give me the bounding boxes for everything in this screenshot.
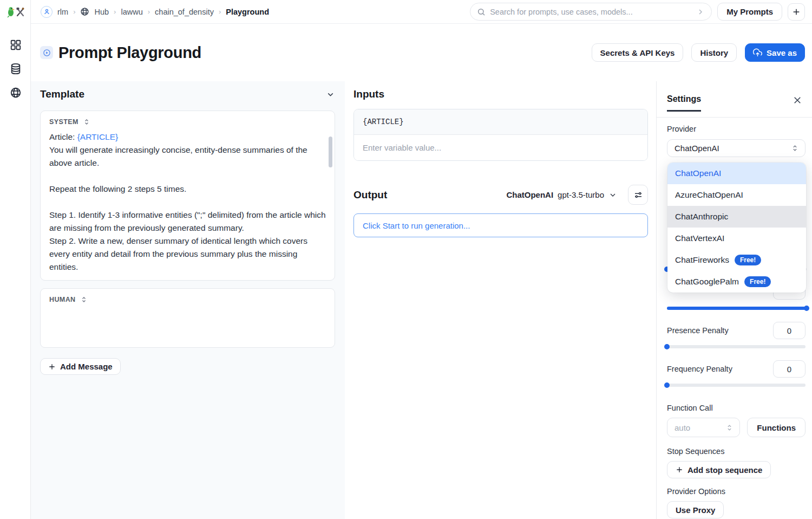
slider-handle[interactable]	[664, 344, 670, 349]
dropdown-item-chatfireworks[interactable]: ChatFireworksFree!	[667, 249, 806, 271]
system-message-text[interactable]: Article: {ARTICLE} You will generate inc…	[49, 131, 326, 274]
hub-globe-icon	[80, 7, 89, 16]
dropdown-item-chatopenai[interactable]: ChatOpenAI	[667, 163, 806, 184]
free-badge: Free!	[735, 255, 761, 265]
breadcrumb-item-org[interactable]: rlm	[57, 8, 68, 16]
collapse-template-button[interactable]	[326, 90, 335, 99]
input-variable-name: {ARTICLE}	[354, 109, 647, 135]
chevron-right-icon: ›	[114, 8, 116, 16]
plus-icon	[676, 466, 683, 473]
functions-button[interactable]: Functions	[747, 418, 806, 437]
database-icon	[10, 63, 22, 75]
up-down-chevrons-icon	[726, 424, 733, 431]
stop-sequences-label: Stop Sequences	[667, 447, 806, 456]
breadcrumb-item-repo[interactable]: chain_of_density	[155, 8, 214, 16]
model-name-label: gpt-3.5-turbo	[558, 190, 604, 199]
search-input[interactable]	[490, 8, 692, 16]
cloud-upload-icon	[753, 48, 762, 57]
variable-value-input[interactable]	[356, 143, 645, 152]
up-down-chevrons-icon	[791, 145, 798, 152]
dropdown-item-chatgooglepalm[interactable]: ChatGooglePalmFree!	[667, 271, 806, 293]
close-settings-button[interactable]	[793, 95, 802, 105]
breadcrumb-item-current: Playground	[226, 8, 269, 16]
search-bar[interactable]	[470, 3, 712, 21]
globe-icon	[10, 87, 22, 99]
inputs-card: {ARTICLE}	[353, 109, 648, 161]
prompt-playground-page: rlm › Hub › lawwu › chain_of_density › P…	[0, 0, 812, 519]
presence-penalty-label: Presence Penalty	[667, 326, 729, 335]
model-selector[interactable]: ChatOpenAI gpt-3.5-turbo	[506, 190, 617, 199]
add-message-button[interactable]: Add Message	[40, 358, 121, 375]
slider-handle[interactable]	[664, 382, 670, 388]
provider-label: Provider	[667, 125, 806, 133]
function-call-label: Function Call	[667, 404, 806, 412]
sidebar-item-datasets[interactable]	[0, 57, 31, 81]
provider-select[interactable]: ChatOpenAI	[667, 139, 806, 157]
secrets-api-keys-button[interactable]: Secrets & API Keys	[592, 43, 684, 62]
settings-tab[interactable]: Settings	[667, 94, 701, 112]
free-badge: Free!	[744, 276, 771, 287]
inputs-section-title: Inputs	[353, 88, 384, 100]
settings-panel: Settings Provider ChatOpenAI	[656, 81, 812, 519]
top-bar: rlm › Hub › lawwu › chain_of_density › P…	[31, 0, 812, 24]
history-button[interactable]: History	[691, 43, 737, 62]
divider	[657, 117, 812, 118]
dropdown-item-chatvertexai[interactable]: ChatVertexAI	[667, 228, 806, 249]
template-section-title: Template	[40, 88, 84, 100]
dropdown-item-chatanthropic[interactable]: ChatAnthropic	[667, 206, 806, 228]
sidebar-item-apps[interactable]	[0, 33, 31, 57]
chevron-down-icon	[608, 191, 617, 199]
top-slider[interactable]	[667, 307, 807, 310]
frequency-penalty-input[interactable]: 0	[773, 360, 806, 378]
function-call-value: auto	[675, 423, 690, 432]
parrot-tools-logo-icon	[6, 6, 25, 18]
presence-penalty-input[interactable]: 0	[773, 322, 806, 339]
add-stop-sequence-button[interactable]: Add stop sequence	[667, 461, 771, 478]
use-proxy-button[interactable]: Use Proxy	[667, 501, 724, 518]
user-avatar[interactable]	[41, 6, 53, 18]
chevron-down-icon	[326, 90, 335, 99]
presence-penalty-slider[interactable]	[667, 345, 806, 348]
chevron-right-icon: ›	[73, 8, 75, 16]
sliders-icon	[633, 190, 643, 200]
langchain-logo[interactable]	[0, 0, 31, 24]
person-icon	[43, 8, 50, 15]
close-icon	[793, 95, 802, 105]
template-panel: Template SYSTEM Article: {ARTICLE} Y	[31, 81, 345, 519]
slider-handle[interactable]	[804, 306, 809, 311]
page-title: Prompt Playground	[58, 44, 201, 62]
role-selector-chevrons-icon[interactable]	[83, 119, 90, 125]
chevron-right-icon: ›	[219, 8, 221, 16]
dropdown-item-azurechatopenai[interactable]: AzureChatOpenAI	[667, 184, 806, 206]
article-variable-token[interactable]: {ARTICLE}	[77, 132, 119, 141]
grid-icon	[10, 39, 22, 51]
frequency-penalty-slider[interactable]	[667, 384, 806, 387]
plus-icon	[792, 8, 801, 16]
scrollbar-thumb[interactable]	[329, 137, 332, 167]
new-prompt-button[interactable]	[788, 3, 805, 21]
role-selector-chevrons-icon[interactable]	[81, 296, 87, 303]
human-role-label[interactable]: HUMAN	[49, 296, 76, 303]
system-message-card[interactable]: SYSTEM Article: {ARTICLE} You will gener…	[40, 111, 335, 281]
provider-dropdown-menu: ChatOpenAI AzureChatOpenAI ChatAnthropic…	[667, 163, 806, 293]
chevron-right-icon	[696, 8, 705, 16]
search-icon	[477, 8, 486, 16]
function-call-select[interactable]: auto	[667, 418, 740, 437]
chevron-right-icon: ›	[148, 8, 150, 16]
output-section-title: Output	[353, 189, 387, 201]
human-message-card[interactable]: HUMAN	[40, 288, 335, 348]
provider-options-label: Provider Options	[667, 487, 806, 496]
output-empty-state[interactable]: Click Start to run generation...	[353, 213, 648, 237]
breadcrumb: rlm › Hub › lawwu › chain_of_density › P…	[41, 6, 269, 18]
my-prompts-button[interactable]: My Prompts	[717, 3, 782, 21]
system-role-label[interactable]: SYSTEM	[49, 118, 78, 126]
model-settings-button[interactable]	[628, 185, 648, 205]
page-header: Prompt Playground Secrets & API Keys His…	[31, 24, 812, 81]
breadcrumb-item-hub[interactable]: Hub	[94, 8, 109, 16]
save-as-button[interactable]: Save as	[745, 43, 805, 62]
breadcrumb-item-owner[interactable]: lawwu	[121, 8, 142, 16]
playground-icon	[40, 46, 53, 59]
plus-icon	[48, 363, 56, 371]
frequency-penalty-label: Frequency Penalty	[667, 365, 732, 373]
sidebar-item-hub[interactable]	[0, 81, 31, 105]
